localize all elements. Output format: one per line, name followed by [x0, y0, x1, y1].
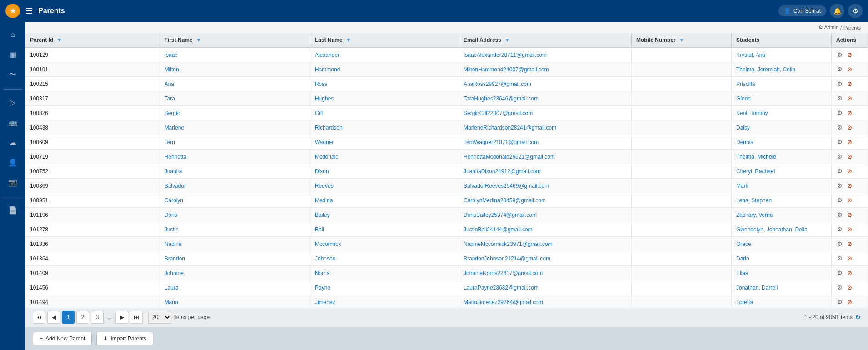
edit-action-button[interactable]: ⚙ — [836, 225, 843, 234]
cell-first-name: Brandon — [160, 251, 310, 266]
filter-mobile-icon[interactable]: ▼ — [679, 37, 684, 43]
filter-parent-id-icon[interactable]: ▼ — [57, 37, 62, 43]
cell-first-name: Juanita — [160, 164, 310, 179]
sidebar-item-person[interactable]: 👤 — [4, 153, 22, 171]
sidebar-item-video[interactable]: 📷 — [4, 173, 22, 191]
pagination-info: 1 - 20 of 9858 items ↻ — [804, 314, 861, 321]
add-parent-button[interactable]: + Add New Parent — [33, 332, 92, 345]
cell-actions: ⚙ ⊘ — [832, 295, 868, 307]
cell-parent-id: 100215 — [25, 77, 160, 91]
table-header-row: Parent Id ▼ First Name ▼ Last Name ▼ Ema… — [25, 33, 868, 47]
cell-actions: ⚙ ⊘ — [832, 251, 868, 266]
sidebar-item-bus[interactable]: 🚌 — [4, 113, 22, 131]
cell-parent-id: 100317 — [25, 91, 160, 106]
filter-first-name-icon[interactable]: ▼ — [196, 37, 201, 43]
sidebar-item-activity[interactable]: 〜 — [4, 65, 22, 84]
delete-action-button[interactable]: ⊘ — [846, 138, 853, 146]
cell-parent-id: 101409 — [25, 266, 160, 280]
delete-action-button[interactable]: ⊘ — [846, 94, 853, 103]
next-page-button[interactable]: ▶ — [115, 311, 128, 324]
cell-actions: ⚙ ⊘ — [832, 208, 868, 222]
cell-parent-id: 101278 — [25, 222, 160, 237]
delete-action-button[interactable]: ⊘ — [846, 225, 853, 234]
filter-last-name-icon[interactable]: ▼ — [346, 37, 351, 43]
edit-action-button[interactable]: ⚙ — [836, 269, 843, 277]
delete-action-button[interactable]: ⊘ — [846, 269, 853, 277]
delete-action-button[interactable]: ⊘ — [846, 65, 853, 74]
cell-first-name: Doris — [160, 208, 310, 222]
delete-action-button[interactable]: ⊘ — [846, 152, 853, 161]
cell-mobile — [632, 295, 732, 307]
edit-action-button[interactable]: ⚙ — [836, 152, 843, 161]
user-profile-button[interactable]: 👤 Carl Schrat — [778, 5, 826, 16]
delete-action-button[interactable]: ⊘ — [846, 109, 853, 117]
table-row: 101456 Laura Payne LauraPayne28682@gmail… — [25, 280, 868, 295]
page-2-button[interactable]: 2 — [76, 311, 89, 324]
delete-action-button[interactable]: ⊘ — [846, 167, 853, 175]
person-icon: 👤 — [8, 158, 17, 167]
hamburger-menu[interactable]: ☰ — [25, 6, 33, 16]
edit-action-button[interactable]: ⚙ — [836, 167, 843, 175]
edit-action-button[interactable]: ⚙ — [836, 80, 843, 88]
cell-email: JohnnieNorris22417@gmail.com — [459, 266, 632, 280]
edit-action-button[interactable]: ⚙ — [836, 254, 843, 263]
cell-last-name: Dixon — [310, 164, 459, 179]
cell-students: Grace — [732, 237, 832, 251]
page-3-button[interactable]: 3 — [91, 311, 104, 324]
table-row: 100752 Juanita Dixon JuanitaDixon24912@g… — [25, 164, 868, 179]
top-navigation: ★ ☰ Parents 👤 Carl Schrat 🔔 ⚙ — [0, 0, 868, 22]
cell-first-name: Salvador — [160, 179, 310, 193]
filter-email-icon[interactable]: ▼ — [504, 37, 510, 43]
items-per-page-select[interactable]: 20 50 100 — [148, 311, 171, 324]
sidebar-item-media[interactable]: ▷ — [4, 93, 22, 111]
sidebar-item-dashboard[interactable]: ▦ — [4, 45, 22, 64]
document-icon: 📄 — [8, 206, 17, 215]
cell-last-name: Hughes — [310, 91, 459, 106]
prev-page-button[interactable]: ◀ — [47, 311, 60, 324]
page-1-button[interactable]: 1 — [62, 311, 75, 324]
cell-first-name: Tara — [160, 91, 310, 106]
edit-action-button[interactable]: ⚙ — [836, 240, 843, 248]
edit-action-button[interactable]: ⚙ — [836, 123, 843, 132]
sidebar-item-document[interactable]: 📄 — [4, 201, 22, 219]
delete-action-button[interactable]: ⊘ — [846, 283, 853, 292]
delete-action-button[interactable]: ⊘ — [846, 210, 853, 219]
import-parents-button[interactable]: ⬇ Import Parents — [96, 332, 153, 345]
settings-button[interactable]: ⚙ — [848, 4, 863, 18]
edit-action-button[interactable]: ⚙ — [836, 283, 843, 292]
notification-button[interactable]: 🔔 — [830, 4, 844, 18]
delete-action-button[interactable]: ⊘ — [846, 50, 853, 59]
delete-action-button[interactable]: ⊘ — [846, 181, 853, 190]
edit-action-button[interactable]: ⚙ — [836, 196, 843, 205]
cell-parent-id: 100719 — [25, 150, 160, 164]
edit-action-button[interactable]: ⚙ — [836, 109, 843, 117]
sidebar-item-cloud[interactable]: ☁ — [4, 133, 22, 151]
delete-action-button[interactable]: ⊘ — [846, 240, 853, 248]
cell-parent-id: 100191 — [25, 62, 160, 77]
edit-action-button[interactable]: ⚙ — [836, 181, 843, 190]
cell-last-name: Medina — [310, 193, 459, 208]
edit-action-button[interactable]: ⚙ — [836, 298, 843, 306]
cell-mobile — [632, 77, 732, 91]
edit-action-button[interactable]: ⚙ — [836, 65, 843, 74]
delete-action-button[interactable]: ⊘ — [846, 123, 853, 132]
cell-last-name: Hammond — [310, 62, 459, 77]
delete-action-button[interactable]: ⊘ — [846, 254, 853, 263]
cell-last-name: Mcdonald — [310, 150, 459, 164]
cell-first-name: Sergio — [160, 106, 310, 120]
last-page-button[interactable]: ⏭ — [130, 311, 143, 324]
sidebar: ⌂ ▦ 〜 ▷ 🚌 ☁ 👤 📷 📄 — [0, 22, 25, 350]
edit-action-button[interactable]: ⚙ — [836, 94, 843, 103]
first-page-button[interactable]: ⏮ — [33, 311, 45, 324]
edit-action-button[interactable]: ⚙ — [836, 50, 843, 59]
refresh-button[interactable]: ↻ — [855, 314, 861, 321]
delete-action-button[interactable]: ⊘ — [846, 196, 853, 205]
delete-action-button[interactable]: ⊘ — [846, 298, 853, 306]
delete-action-button[interactable]: ⊘ — [846, 80, 853, 88]
sidebar-item-home[interactable]: ⌂ — [4, 25, 22, 44]
cell-email: BrandonJohnson21214@gmail.com — [459, 251, 632, 266]
edit-action-button[interactable]: ⚙ — [836, 210, 843, 219]
edit-action-button[interactable]: ⚙ — [836, 138, 843, 146]
dashboard-icon: ▦ — [10, 50, 16, 59]
cell-first-name: Henrietta — [160, 150, 310, 164]
